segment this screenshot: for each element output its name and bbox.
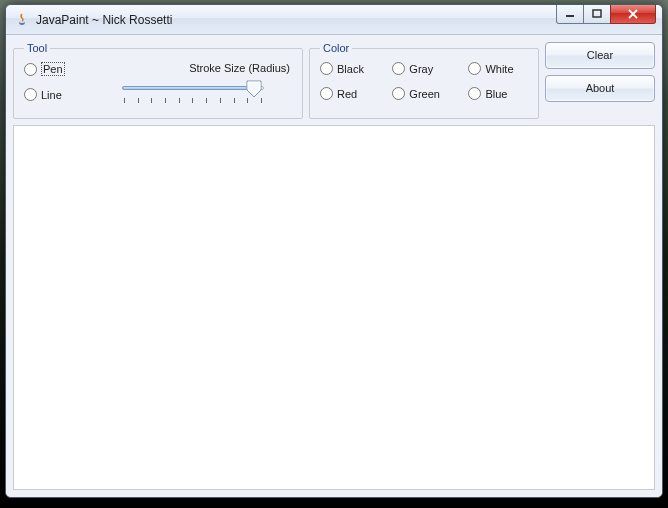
tool-pen-label: Pen bbox=[41, 62, 65, 76]
drawing-canvas[interactable] bbox=[13, 125, 655, 490]
slider-fill bbox=[122, 86, 254, 90]
tool-radios: Pen Line bbox=[24, 62, 84, 108]
color-black-label: Black bbox=[337, 63, 364, 75]
tool-group: Tool Pen Line Stroke Size (Radius) bbox=[13, 42, 303, 119]
titlebar[interactable]: JavaPaint ~ Nick Rossetti bbox=[6, 5, 662, 35]
minimize-button[interactable] bbox=[556, 5, 584, 24]
about-button[interactable]: About bbox=[545, 75, 655, 102]
color-red-label: Red bbox=[337, 88, 357, 100]
toolbar-row: Tool Pen Line Stroke Size (Radius) bbox=[13, 42, 655, 119]
app-window: JavaPaint ~ Nick Rossetti Tool Pen bbox=[5, 4, 663, 498]
color-white-input[interactable] bbox=[468, 62, 481, 75]
color-red-radio[interactable]: Red bbox=[320, 87, 378, 100]
client-area: Tool Pen Line Stroke Size (Radius) bbox=[6, 35, 662, 497]
tool-legend: Tool bbox=[24, 42, 50, 54]
color-legend: Color bbox=[320, 42, 352, 54]
tool-pen-input[interactable] bbox=[24, 63, 37, 76]
java-icon bbox=[14, 12, 30, 28]
color-green-input[interactable] bbox=[392, 87, 405, 100]
close-button[interactable] bbox=[610, 5, 656, 24]
slider-thumb[interactable] bbox=[246, 80, 262, 98]
color-green-label: Green bbox=[409, 88, 440, 100]
color-grid: Black Gray White Red bbox=[320, 62, 528, 100]
color-blue-label: Blue bbox=[485, 88, 507, 100]
stroke-size-label: Stroke Size (Radius) bbox=[94, 62, 292, 74]
clear-button[interactable]: Clear bbox=[545, 42, 655, 69]
window-controls bbox=[557, 5, 662, 25]
stroke-size-slider[interactable] bbox=[118, 80, 268, 108]
svg-rect-1 bbox=[593, 10, 601, 17]
color-red-input[interactable] bbox=[320, 87, 333, 100]
window-title: JavaPaint ~ Nick Rossetti bbox=[36, 13, 557, 27]
color-gray-label: Gray bbox=[409, 63, 433, 75]
svg-rect-0 bbox=[566, 15, 574, 17]
tool-line-radio[interactable]: Line bbox=[24, 88, 84, 101]
color-white-radio[interactable]: White bbox=[468, 62, 528, 75]
color-gray-input[interactable] bbox=[392, 62, 405, 75]
slider-ticks bbox=[124, 98, 262, 106]
color-green-radio[interactable]: Green bbox=[392, 87, 454, 100]
stroke-size-area: Stroke Size (Radius) bbox=[94, 62, 292, 108]
color-group: Color Black Gray White bbox=[309, 42, 539, 119]
color-blue-radio[interactable]: Blue bbox=[468, 87, 528, 100]
tool-line-label: Line bbox=[41, 89, 62, 101]
side-buttons: Clear About bbox=[545, 42, 655, 119]
color-black-radio[interactable]: Black bbox=[320, 62, 378, 75]
color-white-label: White bbox=[485, 63, 513, 75]
color-gray-radio[interactable]: Gray bbox=[392, 62, 454, 75]
color-black-input[interactable] bbox=[320, 62, 333, 75]
tool-line-input[interactable] bbox=[24, 88, 37, 101]
tool-pen-radio[interactable]: Pen bbox=[24, 62, 84, 76]
maximize-button[interactable] bbox=[583, 5, 611, 24]
color-blue-input[interactable] bbox=[468, 87, 481, 100]
